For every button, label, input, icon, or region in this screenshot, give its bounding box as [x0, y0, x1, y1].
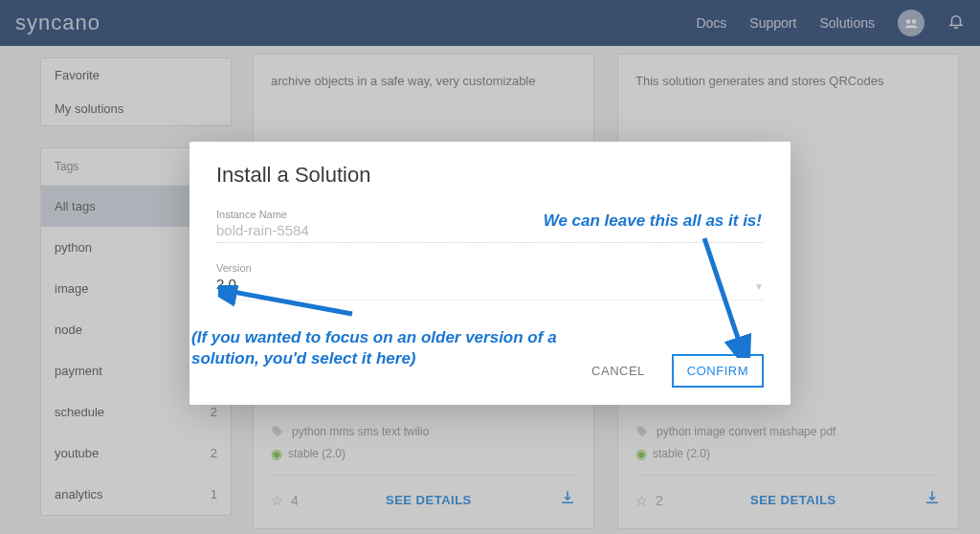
- annotation-arrow: [218, 285, 362, 323]
- annotation-text: (If you wanted to focus on an older vers…: [191, 327, 584, 369]
- annotation-arrow: [695, 234, 752, 358]
- annotation-text: We can leave this all as it is!: [544, 211, 762, 232]
- modal-title: Install a Solution: [216, 163, 764, 188]
- confirm-button[interactable]: CONFIRM: [672, 354, 764, 388]
- version-label: Version: [216, 262, 252, 274]
- cancel-button[interactable]: CANCEL: [582, 356, 655, 386]
- modal-overlay: Install a Solution Instance Name bold-ra…: [0, 0, 980, 534]
- svg-line-2: [228, 291, 352, 314]
- svg-line-3: [704, 238, 741, 346]
- install-solution-modal: Install a Solution Instance Name bold-ra…: [189, 142, 791, 405]
- chevron-down-icon: ▼: [754, 281, 764, 292]
